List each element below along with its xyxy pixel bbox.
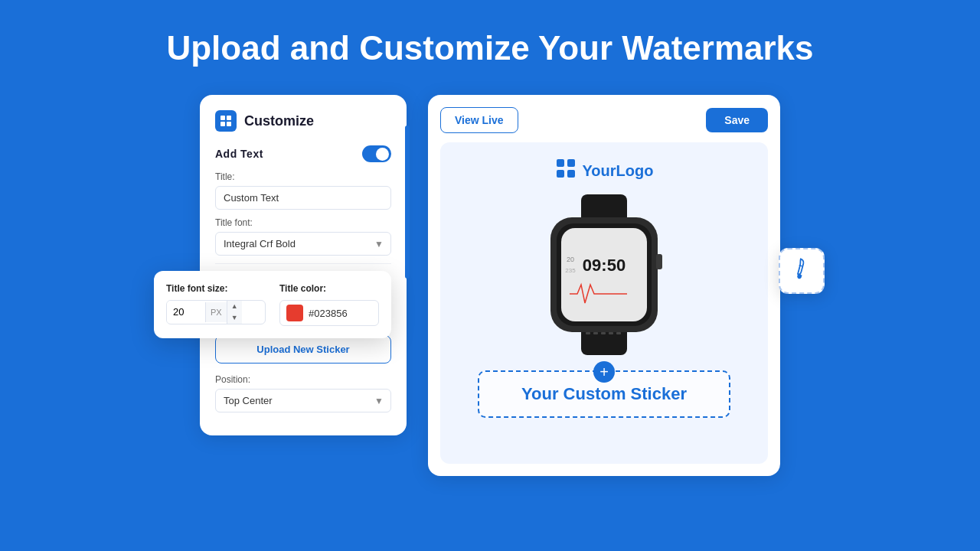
svg-rect-4 xyxy=(557,159,564,167)
stepper-up[interactable]: ▲ xyxy=(227,301,242,312)
svg-text:20: 20 xyxy=(567,256,574,263)
svg-rect-21 xyxy=(656,254,662,269)
svg-rect-18 xyxy=(601,332,606,334)
panel-accent xyxy=(405,126,410,279)
logo-icon xyxy=(555,158,577,184)
title-color-label: Title color: xyxy=(279,283,379,294)
eyedropper-card[interactable] xyxy=(779,248,825,294)
font-size-stepper: ▲ ▼ xyxy=(227,301,242,324)
add-text-toggle[interactable] xyxy=(362,145,391,162)
svg-rect-17 xyxy=(593,332,598,334)
font-select-wrapper: Integral Crf Bold ▼ xyxy=(215,232,391,256)
font-size-color-card: Title font size: PX ▲ ▼ Title color: xyxy=(154,271,391,338)
stepper-down[interactable]: ▼ xyxy=(227,312,242,324)
svg-rect-2 xyxy=(220,122,225,126)
svg-rect-5 xyxy=(567,159,575,167)
color-hex: #023856 xyxy=(309,308,348,319)
position-select[interactable]: Top Center xyxy=(215,389,391,412)
eyedropper-icon xyxy=(785,253,818,289)
position-select-wrapper: Top Center ▼ xyxy=(215,389,391,412)
sticker-box: + Your Custom Sticker xyxy=(478,370,730,418)
sticker-plus: + xyxy=(593,361,615,383)
logo-text: YourLogo xyxy=(583,162,654,180)
page-title: Upload and Customize Your Watermarks xyxy=(166,29,813,67)
font-label: Title font: xyxy=(215,217,391,228)
svg-rect-16 xyxy=(586,332,590,334)
color-swatch xyxy=(286,305,303,321)
svg-rect-6 xyxy=(557,170,564,178)
svg-rect-1 xyxy=(227,116,231,120)
preview-header: View Live Save xyxy=(440,107,768,133)
size-input-row: PX ▲ ▼ xyxy=(166,300,266,324)
font-select[interactable]: Integral Crf Bold xyxy=(215,232,391,256)
font-size-label: Title font size: xyxy=(166,283,266,294)
position-label: Position: xyxy=(215,374,391,385)
view-live-button[interactable]: View Live xyxy=(440,107,518,133)
svg-rect-12 xyxy=(561,228,647,321)
svg-text:235: 235 xyxy=(565,267,576,274)
px-label: PX xyxy=(205,302,227,322)
upload-sticker-button[interactable]: Upload New Sticker xyxy=(215,335,391,364)
svg-rect-20 xyxy=(616,332,621,334)
preview-panel: View Live Save YourLogo xyxy=(428,95,780,476)
panel-title: Customize xyxy=(244,113,314,129)
title-color-col: Title color: #023856 xyxy=(279,283,379,326)
svg-rect-7 xyxy=(567,170,575,178)
customize-panel: Customize Add Text Title: Title font: In… xyxy=(200,95,407,435)
svg-rect-19 xyxy=(609,332,613,334)
svg-rect-3 xyxy=(227,122,231,126)
panel-header: Customize xyxy=(215,110,391,132)
add-text-label: Add Text xyxy=(215,148,263,160)
svg-rect-0 xyxy=(220,116,225,120)
svg-text:09:50: 09:50 xyxy=(583,256,626,275)
font-card-row: Title font size: PX ▲ ▼ Title color: xyxy=(166,283,379,326)
logo-area: YourLogo xyxy=(555,158,654,184)
sticker-text: Your Custom Sticker xyxy=(521,384,687,404)
add-text-section-header: Add Text xyxy=(215,145,391,162)
save-button[interactable]: Save xyxy=(706,108,768,132)
title-input[interactable] xyxy=(215,186,391,210)
watch-image: 09:50 20 235 xyxy=(528,194,681,355)
font-size-input[interactable] xyxy=(167,301,205,323)
preview-area: YourLogo 09:50 xyxy=(440,142,768,464)
color-input-row[interactable]: #023856 xyxy=(279,300,379,326)
panels-container: Customize Add Text Title: Title font: In… xyxy=(0,95,980,476)
customize-icon xyxy=(215,110,237,132)
title-label: Title: xyxy=(215,171,391,182)
font-size-col: Title font size: PX ▲ ▼ xyxy=(166,283,266,326)
